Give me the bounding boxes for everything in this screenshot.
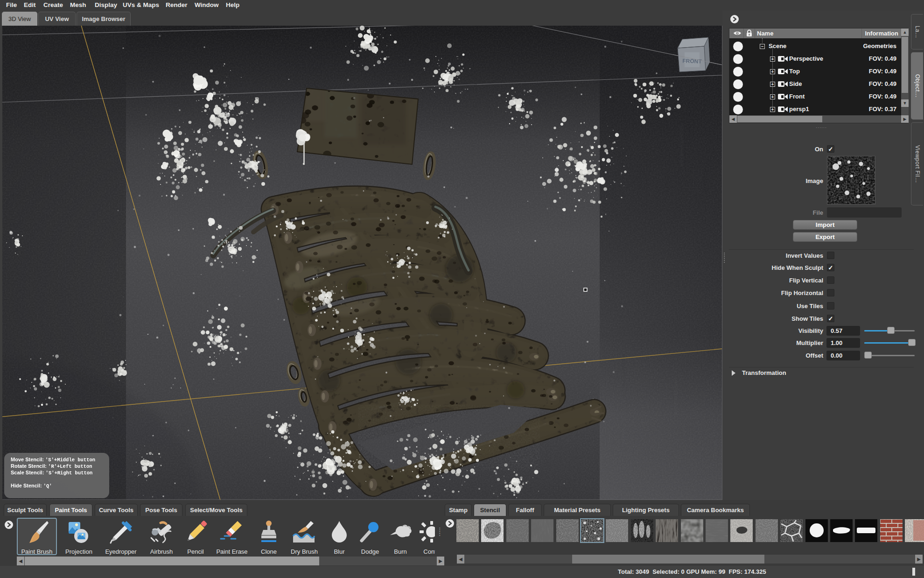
svg-text:Rotate Stencil: 'R'+Left butto: Rotate Stencil: 'R'+Left button [11,463,92,469]
svg-text:Scale Stencil: 'S'+Right butto: Scale Stencil: 'S'+Right button [11,470,92,476]
svg-text:Move Stencil: 'S'+Middle butto: Move Stencil: 'S'+Middle button [11,457,95,463]
svg-text:Hide Stencil: 'Q': Hide Stencil: 'Q' [11,483,52,489]
